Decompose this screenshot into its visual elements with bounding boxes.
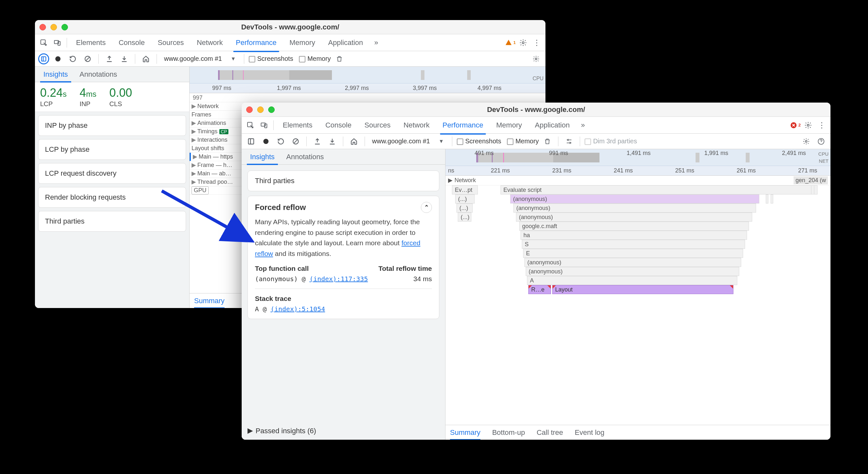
record-icon[interactable] [260, 135, 272, 148]
metric-cls[interactable]: 0.00 CLS [110, 86, 132, 108]
titlebar[interactable]: DevTools - www.google.com/ [35, 20, 546, 34]
metric-inp[interactable]: 4ms INP [80, 86, 96, 108]
track-frame[interactable]: Frame — h… [197, 162, 232, 168]
download-icon[interactable] [118, 53, 130, 65]
inspect-icon[interactable] [244, 119, 256, 131]
track-main-about[interactable]: Main — ab… [197, 170, 231, 177]
kebab-menu-icon[interactable]: ⋮ [815, 119, 828, 131]
reload-record-icon[interactable] [67, 53, 79, 65]
tab-console[interactable]: Console [113, 34, 151, 52]
tab-elements[interactable]: Elements [277, 117, 318, 134]
subtab-annotations[interactable]: Annotations [280, 149, 330, 165]
insight-inp-by-phase[interactable]: INP by phase [38, 115, 186, 136]
upload-icon[interactable] [311, 135, 323, 148]
target-dropdown-icon[interactable]: ▼ [435, 135, 447, 148]
tab-elements[interactable]: Elements [70, 34, 112, 52]
track-timings[interactable]: Timings [197, 128, 217, 135]
subtab-insights[interactable]: Insights [244, 149, 280, 165]
bottom-tab-call-tree[interactable]: Call tree [537, 429, 563, 437]
timeline-ruler-detail[interactable]: ns 221 ms 231 ms 241 ms 251 ms 261 ms 27… [445, 166, 831, 176]
insight-third-parties[interactable]: Third parties [247, 170, 439, 191]
bottom-tab-bottom-up[interactable]: Bottom-up [492, 429, 525, 437]
more-tabs-icon[interactable]: » [577, 119, 589, 131]
insight-render-blocking[interactable]: Render blocking requests [38, 187, 186, 208]
more-tabs-icon[interactable]: » [370, 37, 382, 49]
target-select[interactable]: www.google.com #1 [161, 55, 224, 62]
track-layout-shifts[interactable]: Layout shifts [191, 145, 224, 152]
tab-application[interactable]: Application [529, 117, 576, 134]
flame-layout[interactable]: Layout [552, 285, 734, 294]
timeline-minimap[interactable]: CPU [190, 67, 546, 84]
track-network[interactable]: Network [197, 103, 219, 110]
memory-checkbox[interactable]: Memory [299, 55, 331, 62]
timeline-minimap[interactable]: 491 ms 991 ms 1,491 ms 1,991 ms 2,491 ms… [445, 149, 831, 166]
tab-application[interactable]: Application [322, 34, 369, 52]
record-icon[interactable] [52, 53, 64, 65]
toggle-sidebar-icon[interactable] [38, 53, 49, 64]
kebab-menu-icon[interactable]: ⋮ [531, 37, 543, 49]
timeline-ruler[interactable]: 997 ms 1,997 ms 2,997 ms 3,997 ms 4,997 … [190, 84, 546, 93]
flame-recalc[interactable]: R…e [528, 285, 551, 294]
titlebar[interactable]: DevTools - www.google.com/ [242, 102, 831, 117]
subtab-annotations[interactable]: Annotations [74, 66, 123, 83]
track-network[interactable]: Network [455, 177, 476, 184]
insight-third-parties[interactable]: Third parties [38, 211, 186, 232]
settings-icon[interactable] [517, 37, 529, 49]
network-request-label[interactable]: gen_204 (w [794, 176, 828, 184]
clear-icon[interactable] [82, 53, 94, 65]
bottom-tab-summary[interactable]: Summary [450, 429, 480, 437]
capture-settings-icon[interactable] [800, 135, 812, 148]
metric-lcp[interactable]: 0.24s LCP [40, 86, 67, 108]
inspect-icon[interactable] [37, 37, 50, 49]
help-icon[interactable] [815, 135, 827, 148]
minimize-window-icon[interactable] [257, 106, 264, 113]
subtab-insights[interactable]: Insights [37, 66, 74, 83]
track-gpu[interactable]: GPU [191, 186, 209, 194]
capture-settings-icon[interactable] [530, 53, 542, 65]
tab-performance[interactable]: Performance [230, 34, 282, 52]
reload-record-icon[interactable] [275, 135, 287, 148]
tab-console[interactable]: Console [320, 117, 358, 134]
dim-checkbox[interactable]: Dim 3rd parties [585, 137, 637, 145]
maximize-window-icon[interactable] [61, 24, 68, 30]
source-link[interactable]: (index):117:335 [310, 275, 368, 283]
track-threadpool[interactable]: Thread poo… [197, 179, 233, 185]
shortcuts-icon[interactable] [563, 135, 575, 148]
screenshots-checkbox[interactable]: Screenshots [249, 55, 293, 62]
track-interactions[interactable]: Interactions [197, 136, 227, 143]
tab-memory[interactable]: Memory [491, 117, 528, 134]
device-toolbar-icon[interactable] [51, 37, 63, 49]
maximize-window-icon[interactable] [268, 106, 275, 113]
track-animations[interactable]: Animations [197, 120, 226, 127]
track-main[interactable]: Main — https [199, 153, 233, 160]
screenshots-checkbox[interactable]: Screenshots [457, 137, 501, 145]
collapse-icon[interactable]: ⌃ [421, 202, 432, 213]
settings-icon[interactable] [802, 119, 814, 131]
home-icon[interactable] [348, 135, 360, 148]
tab-sources[interactable]: Sources [152, 34, 190, 52]
memory-checkbox[interactable]: Memory [507, 137, 539, 145]
tab-sources[interactable]: Sources [359, 117, 396, 134]
device-toolbar-icon[interactable] [258, 119, 270, 131]
clear-icon[interactable] [289, 135, 302, 148]
flame-evaluate-script[interactable]: Evaluate script [500, 185, 817, 194]
close-window-icon[interactable] [246, 106, 253, 113]
insight-lcp-by-phase[interactable]: LCP by phase [38, 139, 186, 160]
target-select[interactable]: www.google.com #1 [369, 137, 433, 145]
minimize-window-icon[interactable] [51, 24, 57, 30]
bottom-tab-summary[interactable]: Summary [194, 297, 224, 305]
flamechart[interactable]: Ev…pt (...) (...) (...) Evaluate script … [445, 185, 831, 425]
tab-memory[interactable]: Memory [284, 34, 321, 52]
garbage-collect-icon[interactable] [541, 135, 554, 148]
target-dropdown-icon[interactable]: ▼ [227, 53, 239, 65]
insight-lcp-request-discovery[interactable]: LCP request discovery [38, 163, 186, 184]
tab-network[interactable]: Network [398, 117, 435, 134]
track-frames[interactable]: Frames [191, 111, 211, 118]
stack-source-link[interactable]: (index):5:1054 [271, 305, 325, 313]
garbage-collect-icon[interactable] [333, 53, 345, 65]
upload-icon[interactable] [103, 53, 116, 65]
warning-badge[interactable]: 1 [505, 39, 516, 46]
flame-anonymous[interactable]: (anonymous) [510, 194, 759, 203]
toggle-sidebar-icon[interactable] [245, 135, 257, 148]
bottom-tab-event-log[interactable]: Event log [575, 429, 604, 437]
